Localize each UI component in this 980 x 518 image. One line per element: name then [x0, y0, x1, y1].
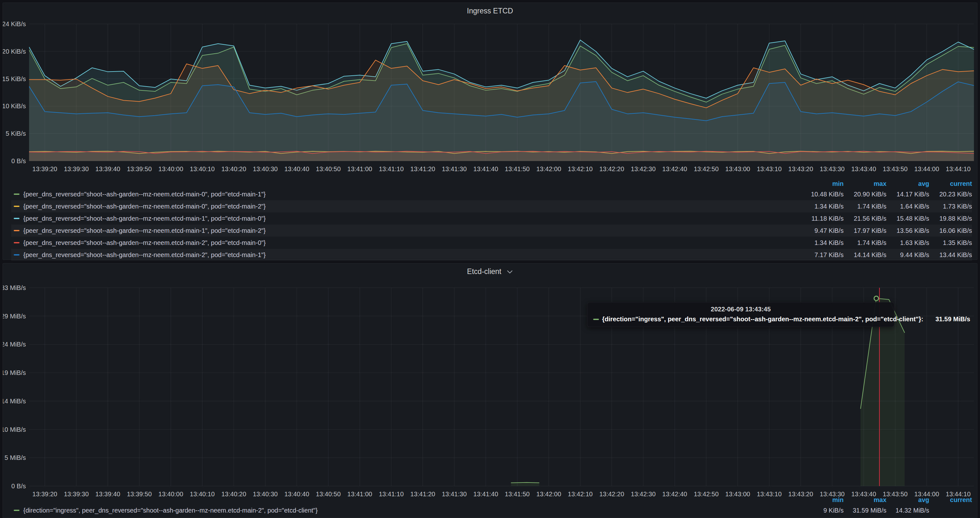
series-color-dash	[14, 206, 19, 207]
series-color-dash	[14, 194, 19, 195]
tooltip-timestamp: 2022-06-09 13:43:45	[593, 306, 888, 313]
etcd-client-legend: min max avg current {direction="ingress"…	[11, 495, 972, 516]
svg-text:13:39:50: 13:39:50	[127, 165, 152, 172]
legend-current-value: 1.73 KiB/s	[929, 203, 972, 210]
chevron-down-icon	[507, 268, 513, 276]
tooltip-series-value: 31.59 MiB/s	[935, 316, 970, 323]
legend-avg-value: 1.63 KiB/s	[886, 239, 929, 246]
svg-text:13:40:00: 13:40:00	[158, 165, 183, 172]
legend-series-label[interactable]: {direction="ingress", peer_dns_reversed=…	[11, 507, 801, 514]
svg-text:13:41:40: 13:41:40	[473, 165, 498, 172]
legend-header-min[interactable]: min	[801, 180, 843, 187]
panel-title-etcd-client[interactable]: Etcd-client	[3, 267, 977, 276]
svg-text:20 KiB/s: 20 KiB/s	[3, 48, 26, 55]
legend-header-row: min max avg current	[11, 179, 972, 188]
legend-max-value: 14.14 KiB/s	[843, 251, 886, 259]
svg-text:13:41:00: 13:41:00	[347, 165, 372, 172]
legend-row: {direction="ingress", peer_dns_reversed=…	[11, 504, 972, 516]
series-color-dash	[14, 254, 19, 256]
svg-text:13:40:40: 13:40:40	[284, 165, 309, 172]
series-color-dash	[14, 230, 19, 231]
svg-text:0 B/s: 0 B/s	[11, 483, 26, 489]
legend-row: {peer_dns_reversed="shoot--ash-garden--m…	[11, 237, 972, 249]
svg-text:13:43:20: 13:43:20	[788, 165, 813, 172]
svg-text:29 MiB/s: 29 MiB/s	[3, 313, 26, 320]
svg-text:13:40:30: 13:40:30	[253, 165, 278, 172]
series-color-dash	[14, 242, 19, 243]
legend-avg-value: 15.48 KiB/s	[886, 215, 929, 222]
svg-text:13:42:30: 13:42:30	[631, 165, 656, 172]
series-color-dash	[14, 218, 19, 219]
legend-series-label[interactable]: {peer_dns_reversed="shoot--ash-garden--m…	[11, 239, 801, 246]
legend-header-avg[interactable]: avg	[886, 496, 929, 504]
panel-title-ingress-etcd[interactable]: Ingress ETCD	[3, 7, 977, 15]
legend-label-text: {direction="ingress", peer_dns_reversed=…	[23, 507, 318, 514]
legend-row: {peer_dns_reversed="shoot--ash-garden--m…	[11, 188, 972, 200]
tooltip-series-row: {direction="ingress", peer_dns_reversed=…	[593, 316, 888, 323]
legend-series-label[interactable]: {peer_dns_reversed="shoot--ash-garden--m…	[11, 191, 801, 198]
svg-text:13:42:10: 13:42:10	[568, 165, 593, 172]
svg-text:13:40:10: 13:40:10	[190, 165, 215, 172]
legend-current-value: 19.88 KiB/s	[929, 215, 972, 222]
ingress-legend: min max avg current {peer_dns_reversed="…	[11, 179, 972, 261]
svg-text:33 MiB/s: 33 MiB/s	[3, 284, 26, 291]
legend-min-value: 9.47 KiB/s	[801, 227, 843, 234]
svg-text:13:42:40: 13:42:40	[662, 165, 687, 172]
legend-header-max[interactable]: max	[843, 496, 886, 504]
svg-text:10 KiB/s: 10 KiB/s	[3, 103, 26, 110]
svg-text:13:39:40: 13:39:40	[95, 165, 121, 172]
svg-text:15 KiB/s: 15 KiB/s	[3, 75, 26, 83]
legend-max-value: 21.56 KiB/s	[843, 215, 886, 222]
legend-min-value: 7.17 KiB/s	[801, 251, 843, 259]
svg-text:13:41:50: 13:41:50	[505, 165, 530, 172]
svg-text:13:43:50: 13:43:50	[883, 165, 908, 172]
legend-current-value: 16.06 KiB/s	[929, 227, 972, 234]
legend-label-text: {peer_dns_reversed="shoot--ash-garden--m…	[23, 227, 266, 234]
svg-text:13:41:10: 13:41:10	[379, 165, 404, 172]
svg-text:13:39:30: 13:39:30	[64, 165, 89, 172]
legend-header-current[interactable]: current	[929, 180, 972, 187]
legend-min-value: 10.48 KiB/s	[801, 191, 843, 198]
legend-max-value: 17.97 KiB/s	[843, 227, 886, 234]
legend-max-value: 1.74 KiB/s	[843, 203, 886, 210]
legend-header-current[interactable]: current	[929, 496, 972, 504]
legend-series-label[interactable]: {peer_dns_reversed="shoot--ash-garden--m…	[11, 227, 801, 234]
legend-min-value: 1.34 KiB/s	[801, 203, 843, 210]
legend-row: {peer_dns_reversed="shoot--ash-garden--m…	[11, 224, 972, 237]
ingress-etcd-chart[interactable]: 0 B/s5 KiB/s10 KiB/s15 KiB/s20 KiB/s24 K…	[3, 16, 978, 178]
svg-text:13:44:10: 13:44:10	[946, 165, 971, 172]
legend-max-value: 1.74 KiB/s	[843, 239, 886, 246]
panel-ingress-etcd: Ingress ETCD 0 B/s5 KiB/s10 KiB/s15 KiB/…	[3, 3, 977, 260]
legend-current-value: 20.23 KiB/s	[929, 191, 972, 198]
svg-text:13:41:20: 13:41:20	[410, 165, 435, 172]
svg-text:13:40:50: 13:40:50	[316, 165, 341, 172]
legend-max-value: 20.90 KiB/s	[843, 191, 886, 198]
svg-text:14 MiB/s: 14 MiB/s	[3, 397, 26, 405]
legend-series-label[interactable]: {peer_dns_reversed="shoot--ash-garden--m…	[11, 251, 801, 259]
svg-text:10 MiB/s: 10 MiB/s	[3, 426, 26, 433]
legend-header-avg[interactable]: avg	[886, 180, 929, 187]
tooltip-series-label: {direction="ingress", peer_dns_reversed=…	[602, 316, 923, 323]
svg-text:13:41:30: 13:41:30	[442, 165, 467, 172]
svg-text:0 B/s: 0 B/s	[11, 157, 26, 164]
svg-text:13:42:50: 13:42:50	[694, 165, 719, 172]
legend-max-value: 31.59 MiB/s	[843, 507, 886, 514]
series-color-dash	[593, 319, 599, 320]
legend-row: {peer_dns_reversed="shoot--ash-garden--m…	[11, 200, 972, 212]
svg-text:13:43:00: 13:43:00	[725, 165, 750, 172]
legend-avg-value: 14.17 KiB/s	[886, 191, 929, 198]
legend-avg-value: 14.32 MiB/s	[886, 507, 929, 514]
legend-header-min[interactable]: min	[801, 496, 843, 504]
legend-header-max[interactable]: max	[843, 180, 886, 187]
legend-avg-value: 13.56 KiB/s	[886, 227, 929, 234]
svg-text:13:43:30: 13:43:30	[820, 165, 845, 172]
svg-text:24 KiB/s: 24 KiB/s	[3, 21, 26, 27]
legend-label-text: {peer_dns_reversed="shoot--ash-garden--m…	[23, 203, 266, 210]
legend-row: {peer_dns_reversed="shoot--ash-garden--m…	[11, 249, 972, 261]
legend-label-text: {peer_dns_reversed="shoot--ash-garden--m…	[23, 215, 266, 222]
legend-series-label[interactable]: {peer_dns_reversed="shoot--ash-garden--m…	[11, 215, 801, 222]
svg-text:13:39:20: 13:39:20	[32, 165, 57, 172]
svg-text:13:44:00: 13:44:00	[914, 165, 939, 172]
legend-series-label[interactable]: {peer_dns_reversed="shoot--ash-garden--m…	[11, 203, 801, 210]
legend-avg-value: 9.44 KiB/s	[886, 251, 929, 259]
